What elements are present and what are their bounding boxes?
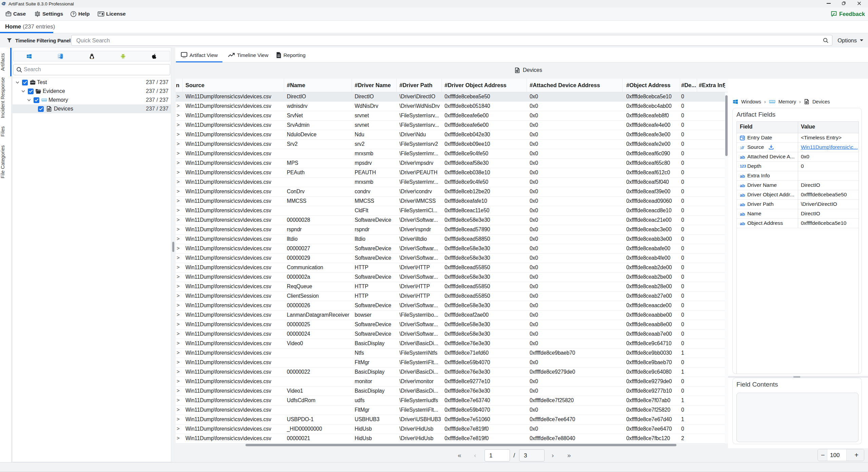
svg-text:?: ? <box>72 12 75 16</box>
